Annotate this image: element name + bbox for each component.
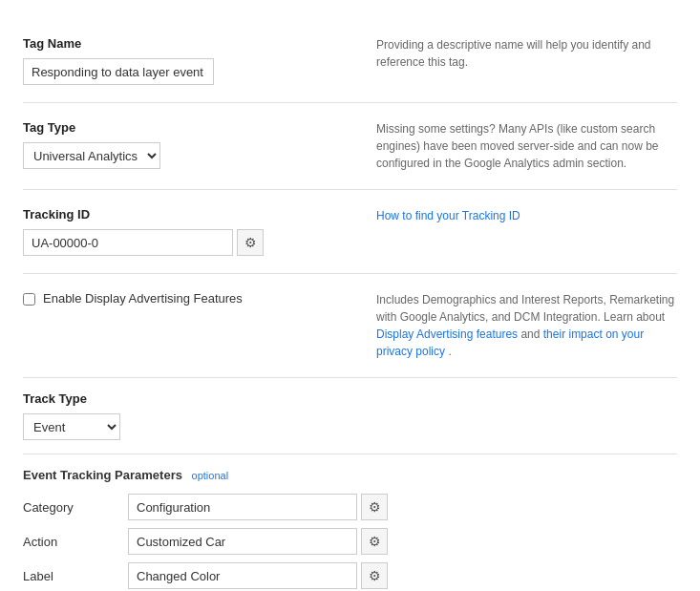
display-advertising-link1[interactable]: Display Advertising features bbox=[376, 327, 518, 341]
event-tracking-title: Event Tracking Parameters bbox=[23, 468, 182, 482]
tracking-id-icon-btn[interactable]: ⚙ bbox=[237, 229, 264, 256]
db-icon-action: ⚙ bbox=[369, 534, 381, 549]
param-label-action: Action bbox=[23, 535, 128, 549]
tracking-id-label: Tracking ID bbox=[23, 207, 348, 222]
display-advertising-checkbox[interactable] bbox=[23, 293, 35, 306]
event-tracking-header: Event Tracking Parameters optional bbox=[23, 468, 677, 482]
param-input-label[interactable] bbox=[128, 562, 357, 589]
display-advertising-section: Enable Display Advertising Features Incl… bbox=[23, 274, 677, 378]
db-icon-label: ⚙ bbox=[369, 568, 381, 583]
param-row-category: Category ⚙ bbox=[23, 494, 677, 520]
param-icon-label[interactable]: ⚙ bbox=[361, 562, 388, 589]
param-label-label: Label bbox=[23, 569, 128, 583]
display-advertising-label: Enable Display Advertising Features bbox=[43, 291, 243, 306]
param-icon-action[interactable]: ⚙ bbox=[361, 528, 388, 555]
display-advertising-text2: and bbox=[520, 327, 542, 341]
tag-type-left: Tag Type Universal Analytics bbox=[23, 120, 348, 172]
param-input-label-wrap: ⚙ bbox=[128, 562, 388, 589]
tag-name-helper: Providing a descriptive name will help y… bbox=[376, 36, 677, 85]
param-input-category[interactable] bbox=[128, 494, 357, 520]
tracking-id-section: Tracking ID ⚙ How to find your Tracking … bbox=[23, 190, 677, 274]
track-type-section: Track Type Event Pageview Transaction So… bbox=[23, 378, 677, 454]
tracking-id-input[interactable] bbox=[23, 229, 233, 256]
tracking-id-right: How to find your Tracking ID bbox=[376, 207, 677, 256]
tag-name-label: Tag Name bbox=[23, 36, 348, 51]
tracking-id-input-wrap: ⚙ bbox=[23, 229, 348, 256]
tag-name-left: Tag Name bbox=[23, 36, 348, 85]
tag-name-section: Tag Name Providing a descriptive name wi… bbox=[23, 19, 677, 103]
param-input-action-wrap: ⚙ bbox=[128, 528, 388, 555]
tag-type-section: Tag Type Universal Analytics Missing som… bbox=[23, 103, 677, 190]
database-icon: ⚙ bbox=[244, 235, 257, 250]
track-type-label: Track Type bbox=[23, 391, 677, 406]
display-advertising-text3: . bbox=[448, 345, 451, 358]
tag-name-input[interactable] bbox=[23, 58, 214, 85]
display-advertising-helper: Includes Demographics and Interest Repor… bbox=[376, 291, 677, 360]
param-input-category-wrap: ⚙ bbox=[128, 494, 388, 520]
param-row-action: Action ⚙ bbox=[23, 528, 677, 555]
event-tracking-section: Event Tracking Parameters optional Categ… bbox=[23, 454, 677, 591]
event-tracking-optional: optional bbox=[192, 470, 229, 481]
param-row-label: Label ⚙ bbox=[23, 562, 677, 589]
tag-type-helper: Missing some settings? Many APIs (like c… bbox=[376, 120, 677, 172]
display-advertising-row: Enable Display Advertising Features bbox=[23, 291, 348, 306]
track-type-select[interactable]: Event Pageview Transaction Social Timing bbox=[23, 413, 120, 440]
param-icon-category[interactable]: ⚙ bbox=[361, 494, 388, 520]
tracking-id-left: Tracking ID ⚙ bbox=[23, 207, 348, 256]
tag-type-select[interactable]: Universal Analytics bbox=[23, 142, 160, 169]
db-icon-category: ⚙ bbox=[369, 499, 381, 515]
param-input-action[interactable] bbox=[128, 528, 357, 555]
display-advertising-left: Enable Display Advertising Features bbox=[23, 291, 348, 360]
display-advertising-text1: Includes Demographics and Interest Repor… bbox=[376, 293, 674, 324]
tracking-id-link[interactable]: How to find your Tracking ID bbox=[376, 209, 520, 222]
param-label-category: Category bbox=[23, 500, 128, 515]
tag-type-label: Tag Type bbox=[23, 120, 348, 135]
